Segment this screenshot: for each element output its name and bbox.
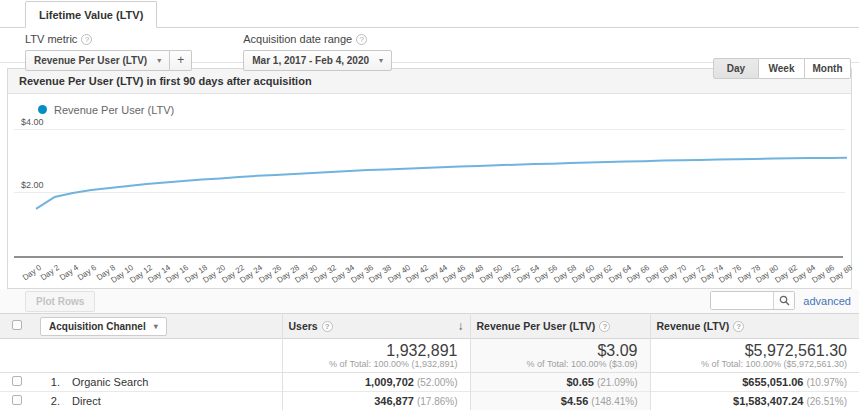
column-header-revenue-per-user[interactable]: Revenue Per User (LTV): [477, 320, 596, 332]
channel-name: Organic Search: [72, 376, 148, 388]
row-checkbox[interactable]: [12, 395, 22, 405]
advanced-search-link[interactable]: advanced: [803, 295, 851, 307]
ltv-table: Acquisition Channel ▾ Users ? ↓ Revenue …: [0, 313, 859, 410]
row-index: 2.: [34, 395, 60, 407]
total-users-pct: % of Total: 100.00% (1,932,891): [283, 359, 458, 370]
revenue-ltv-pct: (10.97%): [806, 377, 847, 388]
table-row[interactable]: 2.Direct 346,877(17.86%) $4.56(148.41%) …: [0, 392, 859, 410]
table-row[interactable]: 1.Organic Search 1,009,702(52.00%) $0.65…: [0, 373, 859, 392]
tab-bar: Lifetime Value (LTV): [0, 0, 859, 28]
revenue-per-user-pct: (21.09%): [597, 377, 638, 388]
chevron-down-icon: ▾: [157, 56, 161, 65]
table-toolbar: Plot Rows advanced: [0, 289, 859, 313]
help-icon[interactable]: ?: [733, 321, 744, 332]
ltv-metric-label: LTV metric?: [25, 33, 192, 45]
plot-rows-button[interactable]: Plot Rows: [25, 291, 95, 312]
total-revenue-ltv: $5,972,561.30: [651, 342, 848, 359]
row-index: 1.: [34, 376, 60, 388]
date-range-label: Acquisition date range?: [243, 33, 392, 45]
granularity-day-button[interactable]: Day: [713, 58, 759, 79]
ltv-metric-dropdown[interactable]: Revenue Per User (LTV) ▾: [25, 50, 170, 71]
date-range-dropdown[interactable]: Mar 1, 2017 - Feb 4, 2020 ▾: [243, 50, 392, 71]
channel-name: Direct: [72, 395, 101, 407]
table-header-row: Acquisition Channel ▾ Users ? ↓ Revenue …: [0, 314, 859, 339]
chevron-down-icon: ▾: [379, 56, 383, 65]
sort-descending-icon[interactable]: ↓: [458, 319, 464, 333]
revenue-ltv-value: $1,583,407.24: [733, 395, 803, 407]
users-pct: (52.00%): [417, 377, 458, 388]
revenue-ltv-value: $655,051.06: [742, 376, 803, 388]
column-header-revenue-ltv[interactable]: Revenue (LTV): [657, 320, 730, 332]
granularity-month-button[interactable]: Month: [805, 58, 851, 79]
select-all-checkbox[interactable]: [12, 320, 22, 330]
total-users: 1,932,891: [283, 342, 458, 359]
total-revenue-per-user-pct: % of Total: 100.00% ($3.09): [471, 359, 638, 370]
granularity-toggle: Day Week Month: [713, 58, 851, 79]
add-metric-button[interactable]: +: [170, 50, 192, 71]
chart-line: [8, 116, 859, 288]
help-icon[interactable]: ?: [81, 34, 92, 45]
ltv-metric-label-text: LTV metric: [25, 33, 77, 45]
revenue-ltv-pct: (26.51%): [806, 396, 847, 407]
chevron-down-icon: ▾: [154, 322, 158, 331]
date-range-control: Acquisition date range? Mar 1, 2017 - Fe…: [243, 33, 392, 71]
granularity-week-button[interactable]: Week: [759, 58, 805, 79]
users-pct: (17.86%): [417, 396, 458, 407]
chart-legend: Revenue Per User (LTV): [8, 94, 851, 116]
search-input[interactable]: [711, 292, 773, 309]
ltv-metric-control: LTV metric? Revenue Per User (LTV) ▾ +: [25, 33, 192, 71]
tab-lifetime-value[interactable]: Lifetime Value (LTV): [25, 1, 157, 28]
column-header-acquisition-channel: Acquisition Channel: [49, 321, 146, 332]
users-value: 1,009,702: [365, 376, 414, 388]
legend-label: Revenue Per User (LTV): [54, 104, 174, 116]
chart-card: Revenue Per User (LTV) in first 90 days …: [7, 68, 852, 289]
revenue-per-user-pct: (148.41%): [591, 396, 637, 407]
search-icon[interactable]: [773, 292, 794, 309]
total-revenue-ltv-pct: % of Total: 100.00% ($5,972,561.30): [651, 359, 848, 370]
help-icon[interactable]: ?: [356, 34, 367, 45]
row-checkbox[interactable]: [12, 376, 22, 386]
table-search: [710, 291, 795, 310]
ltv-metric-value: Revenue Per User (LTV): [34, 55, 147, 66]
totals-row: 1,932,891 % of Total: 100.00% (1,932,891…: [0, 339, 859, 373]
dimension-dropdown[interactable]: Acquisition Channel ▾: [40, 317, 167, 336]
revenue-per-user-value: $4.56: [561, 395, 589, 407]
date-range-label-text: Acquisition date range: [243, 33, 352, 45]
date-range-value: Mar 1, 2017 - Feb 4, 2020: [252, 55, 369, 66]
users-value: 346,877: [374, 395, 414, 407]
controls-bar: LTV metric? Revenue Per User (LTV) ▾ + A…: [0, 28, 859, 63]
chart-plot: $2.00$4.00Day 0Day 2Day 4Day 6Day 8Day 1…: [8, 116, 851, 288]
help-icon[interactable]: ?: [322, 321, 333, 332]
total-revenue-per-user: $3.09: [471, 342, 638, 359]
help-icon[interactable]: ?: [599, 321, 610, 332]
column-header-users[interactable]: Users: [289, 320, 318, 332]
legend-dot-icon: [38, 105, 47, 114]
revenue-per-user-value: $0.65: [566, 376, 594, 388]
